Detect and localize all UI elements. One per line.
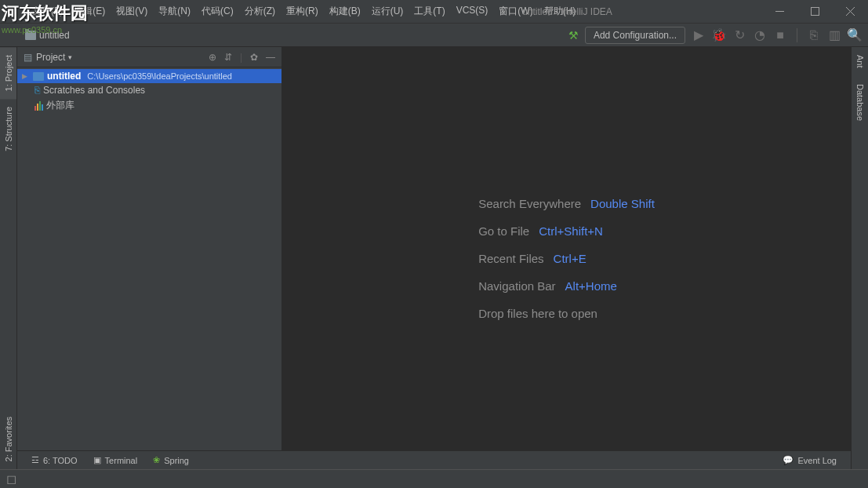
main-area: 1: Project 7: Structure 2: Favorites ▤ P… (0, 47, 868, 469)
libraries-icon (35, 101, 43, 111)
search-icon[interactable]: 🔍 (848, 28, 862, 42)
project-panel-tools: ⊕ ⇵ | ✿ — (209, 52, 275, 63)
run-icon[interactable]: ▶ (692, 28, 706, 42)
title-bar: 文件(F) 编辑(E) 视图(V) 导航(N) 代码(C) 分析(Z) 重构(R… (0, 0, 868, 24)
chevron-down-icon[interactable]: ▾ (68, 53, 72, 61)
toolbar-right: ⚒ Add Configuration... ▶ 🐞 ↻ ◔ ■ ⎘ ▥ 🔍 (568, 27, 862, 44)
folder-icon (25, 31, 36, 40)
profile-icon[interactable]: ◔ (753, 28, 767, 42)
menu-build[interactable]: 构建(B) (325, 2, 365, 21)
spring-icon: ❀ (153, 455, 160, 465)
close-button[interactable] (833, 0, 868, 24)
tab-project[interactable]: 1: Project (0, 47, 16, 99)
tree-root-path: C:\Users\pc0359\IdeaProjects\untitled (87, 71, 232, 81)
tab-favorites[interactable]: 2: Favorites (0, 409, 16, 469)
menu-tools[interactable]: 工具(T) (409, 2, 449, 21)
window-title: untitled - IntelliJ IDEA (522, 6, 612, 17)
menu-run[interactable]: 运行(U) (367, 2, 409, 21)
hint-goto-file: Go to File Ctrl+Shift+N (478, 224, 655, 238)
tab-structure[interactable]: 7: Structure (0, 99, 16, 159)
menu-navigate[interactable]: 导航(N) (154, 2, 195, 21)
minimize-button[interactable] (762, 0, 797, 24)
tree-external-row[interactable]: 外部库 (17, 97, 281, 114)
separator: | (240, 52, 242, 63)
project-panel-icon: ▤ (24, 52, 32, 63)
menu-bar: 文件(F) 编辑(E) 视图(V) 导航(N) 代码(C) 分析(Z) 重构(R… (27, 2, 580, 21)
project-panel-title[interactable]: Project (36, 52, 65, 63)
editor-hints: Search Everywhere Double Shift Go to Fil… (478, 197, 655, 320)
tree-root-name: untitled (47, 71, 81, 82)
menu-refactor[interactable]: 重构(R) (281, 2, 323, 21)
menu-analyze[interactable]: 分析(Z) (240, 2, 280, 21)
project-panel-header: ▤ Project ▾ ⊕ ⇵ | ✿ — (17, 47, 281, 67)
run-config-button[interactable]: Add Configuration... (585, 27, 685, 44)
tree-external-label: 外部库 (46, 99, 74, 112)
svg-rect-0 (775, 11, 784, 12)
menu-code[interactable]: 代码(C) (197, 2, 238, 21)
hint-nav-bar: Navigation Bar Alt+Home (478, 279, 655, 293)
editor-empty-state[interactable]: Search Everywhere Double Shift Go to Fil… (282, 47, 851, 469)
event-log-icon: 💬 (783, 455, 794, 465)
tab-database[interactable]: Database (852, 76, 868, 129)
separator (797, 28, 797, 42)
coverage-icon[interactable]: ↻ (732, 28, 746, 42)
expand-arrow-icon[interactable]: ▶ (22, 72, 30, 80)
tab-terminal[interactable]: ▣ Terminal (85, 455, 146, 465)
project-tree: ▶ untitled C:\Users\pc0359\IdeaProjects\… (17, 67, 281, 115)
bottom-tool-tabs: ☲ 6: TODO ▣ Terminal ❀ Spring 💬 Event Lo… (17, 450, 851, 469)
breadcrumb[interactable]: untitled (25, 30, 70, 41)
toolwindow-quick-access-icon[interactable]: ◻ (6, 472, 16, 486)
scratches-icon: ⎘ (35, 85, 40, 96)
left-tool-gutter: 1: Project 7: Structure 2: Favorites (0, 47, 17, 469)
tab-spring[interactable]: ❀ Spring (145, 455, 197, 465)
navigation-toolbar: untitled ⚒ Add Configuration... ▶ 🐞 ↻ ◔ … (0, 24, 868, 47)
menu-vcs[interactable]: VCS(S) (452, 2, 493, 21)
tree-root-row[interactable]: ▶ untitled C:\Users\pc0359\IdeaProjects\… (17, 69, 281, 83)
window-controls (762, 0, 868, 24)
terminal-icon: ▣ (93, 455, 101, 465)
tab-event-log[interactable]: 💬 Event Log (775, 455, 844, 465)
status-bar: ◻ (0, 469, 868, 488)
menu-view[interactable]: 视图(V) (111, 2, 152, 21)
tab-todo[interactable]: ☲ 6: TODO (24, 455, 85, 465)
build-icon[interactable]: ⚒ (568, 29, 579, 42)
hint-recent-files: Recent Files Ctrl+E (478, 252, 655, 265)
tree-scratches-row[interactable]: ⎘ Scratches and Consoles (17, 83, 281, 97)
svg-rect-1 (812, 8, 819, 16)
maximize-button[interactable] (797, 0, 833, 24)
todo-icon: ☲ (31, 455, 39, 465)
tab-ant[interactable]: Ant (852, 47, 868, 76)
right-tool-gutter: Ant Database (851, 47, 868, 469)
collapse-icon[interactable]: ⇵ (224, 52, 232, 63)
hint-drop-files: Drop files here to open (478, 307, 655, 320)
project-tool-window: ▤ Project ▾ ⊕ ⇵ | ✿ — ▶ untitled C:\User… (17, 47, 282, 469)
hint-search-everywhere: Search Everywhere Double Shift (478, 197, 655, 210)
locate-icon[interactable]: ⊕ (209, 52, 216, 63)
hide-icon[interactable]: — (266, 52, 275, 63)
debug-icon[interactable]: 🐞 (712, 28, 726, 42)
project-structure-icon[interactable]: ▥ (827, 28, 841, 42)
menu-file[interactable]: 文件(F) (27, 2, 67, 21)
vcs-update-icon[interactable]: ⎘ (807, 28, 821, 42)
menu-edit[interactable]: 编辑(E) (69, 2, 110, 21)
tree-scratches-label: Scratches and Consoles (43, 85, 145, 96)
stop-icon[interactable]: ■ (773, 28, 787, 42)
gear-icon[interactable]: ✿ (250, 52, 258, 63)
module-folder-icon (33, 72, 44, 81)
breadcrumb-project: untitled (39, 30, 70, 41)
